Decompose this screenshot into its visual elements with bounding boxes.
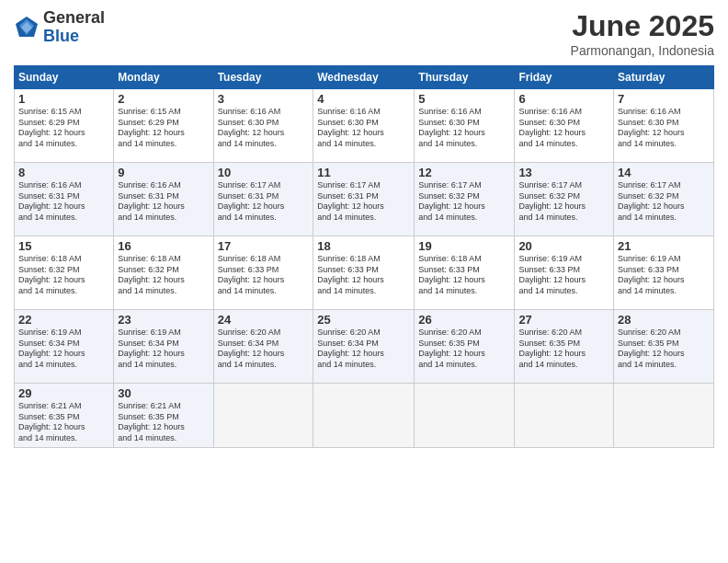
- day-info: Sunrise: 6:16 AMSunset: 6:30 PMDaylight:…: [418, 107, 510, 150]
- day-number: 14: [618, 166, 710, 179]
- calendar-cell: 26Sunrise: 6:20 AMSunset: 6:35 PMDayligh…: [415, 310, 515, 384]
- logo-icon: [14, 15, 40, 40]
- day-number: 17: [218, 239, 310, 253]
- day-info: Sunrise: 6:19 AMSunset: 6:33 PMDaylight:…: [618, 254, 710, 297]
- calendar-cell: 11Sunrise: 6:17 AMSunset: 6:31 PMDayligh…: [313, 163, 415, 236]
- calendar-cell: 13Sunrise: 6:17 AMSunset: 6:32 PMDayligh…: [515, 163, 614, 236]
- logo-blue: Blue: [43, 28, 105, 46]
- day-info: Sunrise: 6:20 AMSunset: 6:34 PMDaylight:…: [218, 327, 310, 371]
- header-saturday: Saturday: [614, 66, 714, 89]
- day-info: Sunrise: 6:19 AMSunset: 6:34 PMDaylight:…: [118, 327, 209, 371]
- calendar-table: Sunday Monday Tuesday Wednesday Thursday…: [14, 65, 714, 448]
- calendar-cell: 24Sunrise: 6:20 AMSunset: 6:34 PMDayligh…: [213, 310, 313, 384]
- header-tuesday: Tuesday: [213, 66, 313, 89]
- day-info: Sunrise: 6:18 AMSunset: 6:33 PMDaylight:…: [317, 254, 410, 297]
- day-info: Sunrise: 6:18 AMSunset: 6:32 PMDaylight:…: [118, 254, 209, 297]
- day-number: 18: [317, 239, 410, 253]
- day-info: Sunrise: 6:17 AMSunset: 6:32 PMDaylight:…: [418, 180, 510, 224]
- day-info: Sunrise: 6:20 AMSunset: 6:35 PMDaylight:…: [518, 327, 609, 371]
- day-number: 3: [218, 92, 310, 106]
- calendar-cell: 2Sunrise: 6:15 AMSunset: 6:29 PMDaylight…: [114, 89, 213, 163]
- day-info: Sunrise: 6:16 AMSunset: 6:31 PMDaylight:…: [118, 180, 209, 224]
- day-number: 11: [317, 166, 410, 179]
- header-wednesday: Wednesday: [313, 66, 415, 89]
- header-sunday: Sunday: [15, 66, 114, 89]
- day-info: Sunrise: 6:17 AMSunset: 6:31 PMDaylight:…: [317, 180, 410, 224]
- day-info: Sunrise: 6:16 AMSunset: 6:31 PMDaylight:…: [18, 180, 109, 224]
- calendar-cell: [313, 384, 415, 448]
- location: Parmonangan, Indonesia: [571, 43, 714, 58]
- day-info: Sunrise: 6:16 AMSunset: 6:30 PMDaylight:…: [218, 107, 310, 150]
- calendar-cell: 22Sunrise: 6:19 AMSunset: 6:34 PMDayligh…: [15, 310, 114, 384]
- title-block: June 2025 Parmonangan, Indonesia: [571, 9, 714, 58]
- calendar-cell: 20Sunrise: 6:19 AMSunset: 6:33 PMDayligh…: [515, 236, 614, 310]
- day-number: 9: [118, 166, 209, 179]
- header-monday: Monday: [114, 66, 213, 89]
- calendar-cell: 18Sunrise: 6:18 AMSunset: 6:33 PMDayligh…: [313, 236, 415, 310]
- day-number: 15: [18, 239, 109, 253]
- month-title: June 2025: [571, 9, 714, 43]
- calendar-cell: 30Sunrise: 6:21 AMSunset: 6:35 PMDayligh…: [114, 384, 213, 448]
- day-number: 6: [518, 92, 609, 106]
- day-number: 29: [18, 386, 109, 400]
- day-info: Sunrise: 6:18 AMSunset: 6:33 PMDaylight:…: [418, 254, 510, 297]
- day-number: 25: [317, 313, 410, 327]
- day-info: Sunrise: 6:20 AMSunset: 6:35 PMDaylight:…: [618, 327, 710, 371]
- day-number: 19: [418, 239, 510, 253]
- calendar-cell: [213, 384, 313, 448]
- calendar-cell: 14Sunrise: 6:17 AMSunset: 6:32 PMDayligh…: [614, 163, 714, 236]
- calendar-cell: 19Sunrise: 6:18 AMSunset: 6:33 PMDayligh…: [415, 236, 515, 310]
- calendar-cell: 7Sunrise: 6:16 AMSunset: 6:30 PMDaylight…: [614, 89, 714, 163]
- logo-general: General: [43, 9, 105, 28]
- calendar-week-row: 15Sunrise: 6:18 AMSunset: 6:32 PMDayligh…: [15, 236, 714, 310]
- day-info: Sunrise: 6:16 AMSunset: 6:30 PMDaylight:…: [317, 107, 410, 150]
- day-number: 12: [418, 166, 510, 179]
- day-info: Sunrise: 6:17 AMSunset: 6:32 PMDaylight:…: [518, 180, 609, 224]
- day-number: 5: [418, 92, 510, 106]
- calendar-cell: 21Sunrise: 6:19 AMSunset: 6:33 PMDayligh…: [614, 236, 714, 310]
- day-number: 10: [218, 166, 310, 179]
- calendar-cell: 16Sunrise: 6:18 AMSunset: 6:32 PMDayligh…: [114, 236, 213, 310]
- calendar-cell: 1Sunrise: 6:15 AMSunset: 6:29 PMDaylight…: [15, 89, 114, 163]
- day-number: 1: [18, 92, 109, 106]
- day-info: Sunrise: 6:17 AMSunset: 6:32 PMDaylight:…: [618, 180, 710, 224]
- day-info: Sunrise: 6:20 AMSunset: 6:35 PMDaylight:…: [418, 327, 510, 371]
- day-number: 13: [518, 166, 609, 179]
- day-info: Sunrise: 6:19 AMSunset: 6:34 PMDaylight:…: [18, 327, 109, 371]
- day-info: Sunrise: 6:16 AMSunset: 6:30 PMDaylight:…: [618, 107, 710, 150]
- logo-text: General Blue: [43, 9, 105, 46]
- day-info: Sunrise: 6:20 AMSunset: 6:34 PMDaylight:…: [317, 327, 410, 371]
- day-number: 22: [18, 313, 109, 327]
- day-number: 8: [18, 166, 109, 179]
- calendar-cell: 5Sunrise: 6:16 AMSunset: 6:30 PMDaylight…: [415, 89, 515, 163]
- header: General Blue June 2025 Parmonangan, Indo…: [14, 9, 714, 58]
- calendar-cell: 3Sunrise: 6:16 AMSunset: 6:30 PMDaylight…: [213, 89, 313, 163]
- calendar-week-row: 8Sunrise: 6:16 AMSunset: 6:31 PMDaylight…: [15, 163, 714, 236]
- page: General Blue June 2025 Parmonangan, Indo…: [0, 0, 728, 563]
- calendar-cell: 12Sunrise: 6:17 AMSunset: 6:32 PMDayligh…: [415, 163, 515, 236]
- calendar-cell: 25Sunrise: 6:20 AMSunset: 6:34 PMDayligh…: [313, 310, 415, 384]
- day-info: Sunrise: 6:18 AMSunset: 6:32 PMDaylight:…: [18, 254, 109, 297]
- calendar-cell: 29Sunrise: 6:21 AMSunset: 6:35 PMDayligh…: [15, 384, 114, 448]
- day-info: Sunrise: 6:21 AMSunset: 6:35 PMDaylight:…: [18, 401, 109, 444]
- calendar-cell: 6Sunrise: 6:16 AMSunset: 6:30 PMDaylight…: [515, 89, 614, 163]
- day-number: 26: [418, 313, 510, 327]
- calendar-cell: 27Sunrise: 6:20 AMSunset: 6:35 PMDayligh…: [515, 310, 614, 384]
- day-info: Sunrise: 6:21 AMSunset: 6:35 PMDaylight:…: [118, 401, 209, 444]
- day-number: 7: [618, 92, 710, 106]
- logo: General Blue: [14, 9, 105, 46]
- calendar-cell: 10Sunrise: 6:17 AMSunset: 6:31 PMDayligh…: [213, 163, 313, 236]
- day-number: 16: [118, 239, 209, 253]
- day-number: 28: [618, 313, 710, 327]
- calendar-cell: [614, 384, 714, 448]
- calendar-week-row: 29Sunrise: 6:21 AMSunset: 6:35 PMDayligh…: [15, 384, 714, 448]
- day-number: 27: [518, 313, 609, 327]
- day-number: 20: [518, 239, 609, 253]
- calendar-header-row: Sunday Monday Tuesday Wednesday Thursday…: [15, 66, 714, 89]
- day-number: 2: [118, 92, 209, 106]
- calendar-cell: [415, 384, 515, 448]
- calendar-cell: 4Sunrise: 6:16 AMSunset: 6:30 PMDaylight…: [313, 89, 415, 163]
- day-number: 4: [317, 92, 410, 106]
- day-info: Sunrise: 6:18 AMSunset: 6:33 PMDaylight:…: [218, 254, 310, 297]
- day-number: 23: [118, 313, 209, 327]
